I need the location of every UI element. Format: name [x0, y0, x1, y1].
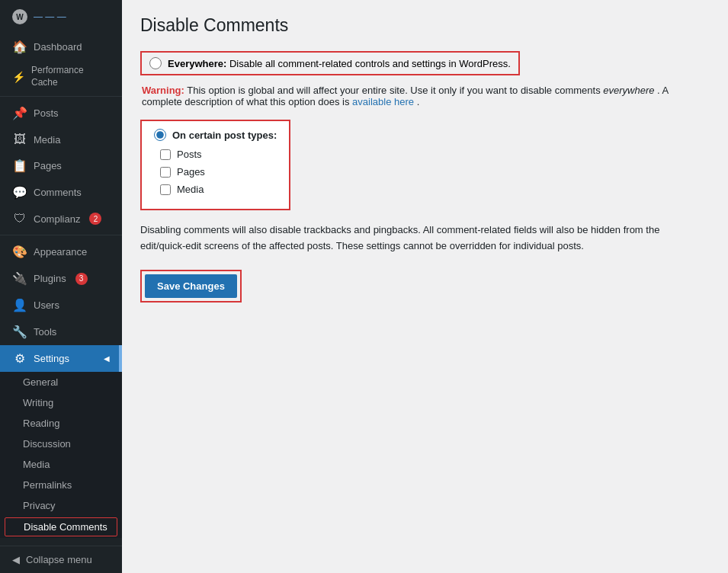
settings-arrow-icon: ◀: [104, 354, 110, 363]
everywhere-radio-wrapper: Everywhere: Disable all comment-related …: [140, 51, 520, 75]
sidebar-label-dashboard: Dashboard: [34, 41, 82, 53]
checkbox-media-label: Media: [177, 184, 204, 195]
sidebar-divider-2: [0, 235, 122, 235]
collapse-icon: ◀: [12, 554, 20, 565]
post-types-box: On certain post types: Posts Pages Media: [140, 120, 290, 210]
users-icon: 👤: [12, 298, 27, 312]
submenu-item-privacy[interactable]: Privacy: [0, 495, 122, 516]
sidebar: W — — — 🏠 Dashboard ⚡ Performance Cache …: [0, 0, 122, 573]
submenu-item-writing[interactable]: Writing: [0, 392, 122, 413]
sidebar-label-comments: Comments: [34, 187, 82, 198]
submenu-item-disable-comments[interactable]: Disable Comments: [5, 517, 117, 536]
media-icon: 🖼: [12, 133, 27, 146]
sidebar-item-performance-cache[interactable]: ⚡ Performance Cache: [0, 60, 122, 93]
dashboard-icon: 🏠: [12, 40, 27, 54]
appearance-icon: 🎨: [12, 245, 27, 259]
everywhere-radio-input[interactable]: [149, 57, 162, 69]
posts-icon: 📌: [12, 106, 27, 120]
sidebar-label-pages: Pages: [34, 160, 62, 171]
collapse-menu-label: Collapse menu: [26, 554, 92, 565]
submenu-item-permalinks[interactable]: Permalinks: [0, 475, 122, 495]
warning-italic: everywhere: [603, 85, 654, 96]
checkbox-posts-label: Posts: [177, 149, 202, 160]
sidebar-logo: W — — —: [0, 0, 122, 34]
sidebar-item-comments[interactable]: 💬 Comments: [0, 179, 122, 206]
sidebar-label-complianz: Complianz: [34, 213, 80, 225]
warning-box: Warning: This option is global and will …: [140, 85, 710, 107]
save-changes-button[interactable]: Save Changes: [145, 274, 237, 298]
plugins-badge: 3: [75, 273, 88, 285]
complianz-badge: 2: [89, 213, 101, 225]
pages-icon: 📋: [12, 158, 27, 173]
sidebar-label-performance-cache: Performance Cache: [31, 65, 110, 88]
plugins-icon: 🔌: [12, 271, 27, 286]
sidebar-item-pages[interactable]: 📋 Pages: [0, 152, 122, 179]
sidebar-item-dashboard[interactable]: 🏠 Dashboard: [0, 34, 122, 60]
submenu-item-reading[interactable]: Reading: [0, 413, 122, 434]
collapse-menu-button[interactable]: ◀ Collapse menu: [0, 546, 122, 573]
sidebar-divider-1: [0, 96, 122, 97]
settings-submenu: General Writing Reading Discussion Media…: [0, 372, 122, 538]
comments-icon: 💬: [12, 185, 27, 200]
description-text: Disabling comments will also disable tra…: [140, 222, 689, 254]
warning-text3: .: [417, 96, 420, 107]
performance-icon: ⚡: [12, 71, 25, 83]
everywhere-radio-label: Everywhere: Disable all comment-related …: [168, 58, 511, 69]
checkbox-pages-wrapper: Pages: [154, 166, 277, 178]
sidebar-label-tools: Tools: [34, 326, 56, 338]
save-changes-wrapper: Save Changes: [140, 270, 242, 303]
page-title: Disable Comments: [140, 15, 710, 36]
checkbox-pages-input[interactable]: [160, 167, 171, 178]
sidebar-item-complianz[interactable]: 🛡 Complianz 2: [0, 206, 122, 232]
complianz-icon: 🛡: [12, 212, 27, 226]
sidebar-label-posts: Posts: [34, 107, 59, 119]
warning-text: This option is global and will affect yo…: [187, 85, 603, 96]
submenu-item-media[interactable]: Media: [0, 454, 122, 475]
checkbox-media-wrapper: Media: [154, 184, 277, 195]
sidebar-label-users: Users: [34, 299, 59, 311]
sidebar-label-appearance: Appearance: [34, 246, 87, 258]
warning-label: Warning:: [142, 85, 184, 96]
sidebar-item-appearance[interactable]: 🎨 Appearance: [0, 238, 122, 265]
wordpress-icon: W: [12, 9, 27, 24]
checkbox-pages-label: Pages: [177, 166, 205, 178]
submenu-item-general[interactable]: General: [0, 372, 122, 392]
checkbox-posts-wrapper: Posts: [154, 149, 277, 160]
settings-icon: ⚙: [12, 351, 27, 366]
sidebar-label-media: Media: [34, 134, 60, 146]
content-box: Everywhere: Disable all comment-related …: [140, 51, 710, 303]
sidebar-item-settings[interactable]: ⚙ Settings ◀: [0, 345, 122, 372]
submenu-item-discussion[interactable]: Discussion: [0, 434, 122, 454]
sidebar-item-posts[interactable]: 📌 Posts: [0, 100, 122, 126]
sidebar-item-tools[interactable]: 🔧 Tools: [0, 319, 122, 345]
post-types-radio-input[interactable]: [154, 129, 166, 141]
available-here-link[interactable]: available here: [352, 96, 414, 107]
sidebar-item-media[interactable]: 🖼 Media: [0, 126, 122, 152]
checkbox-posts-input[interactable]: [160, 149, 171, 160]
sidebar-label-settings: Settings: [34, 353, 69, 364]
sidebar-item-users[interactable]: 👤 Users: [0, 292, 122, 319]
post-types-radio-wrapper: On certain post types:: [154, 129, 277, 141]
sidebar-label-plugins: Plugins: [34, 273, 66, 284]
post-types-radio-label: On certain post types:: [172, 130, 277, 141]
checkbox-media-input[interactable]: [160, 184, 171, 195]
sidebar-item-plugins[interactable]: 🔌 Plugins 3: [0, 265, 122, 292]
tools-icon: 🔧: [12, 325, 27, 339]
main-content: Disable Comments Everywhere: Disable all…: [122, 0, 728, 573]
site-name: — — —: [34, 11, 66, 22]
